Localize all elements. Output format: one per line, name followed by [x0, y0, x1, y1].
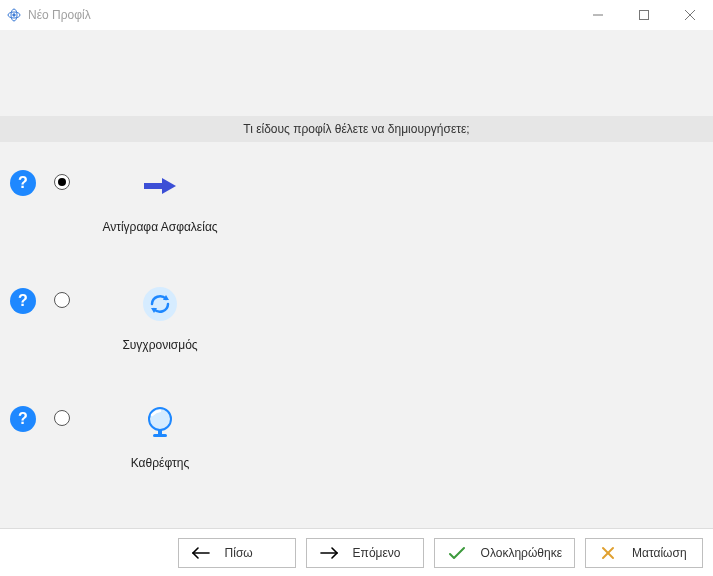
- title-bar: Νέο Προφίλ: [0, 0, 713, 30]
- option-row-mirror: ? Καθρέφτης: [0, 402, 713, 470]
- option-mirror[interactable]: Καθρέφτης: [100, 402, 220, 470]
- x-icon: [598, 546, 618, 560]
- check-icon: [447, 546, 467, 560]
- radio-mirror[interactable]: [54, 410, 70, 426]
- help-icon[interactable]: ?: [10, 406, 36, 432]
- option-row-backup: ? Αντίγραφα Ασφαλείας: [0, 166, 713, 234]
- svg-rect-4: [640, 11, 649, 20]
- app-icon: [6, 7, 22, 23]
- svg-point-9: [143, 287, 177, 321]
- footer-bar: Πίσω Επόμενο Ολοκληρώθηκε Ματαίωση: [0, 528, 713, 576]
- minimize-button[interactable]: [575, 0, 621, 30]
- window-controls: [575, 0, 713, 30]
- button-label: Ματαίωση: [632, 546, 690, 560]
- close-button[interactable]: [667, 0, 713, 30]
- button-label: Επόμενο: [353, 546, 411, 560]
- window: Νέο Προφίλ Τι είδους προφίλ θέλετε να δη…: [0, 0, 713, 576]
- option-label: Συγχρονισμός: [122, 338, 197, 352]
- cancel-button[interactable]: Ματαίωση: [585, 538, 703, 568]
- mirror-icon: [140, 402, 180, 442]
- button-label: Πίσω: [225, 546, 283, 560]
- back-button[interactable]: Πίσω: [178, 538, 296, 568]
- svg-point-2: [13, 14, 15, 16]
- options-area: ? Αντίγραφα Ασφαλείας ? Συγχρονισμός ?: [0, 142, 713, 528]
- arrow-right-icon: [319, 547, 339, 559]
- prompt-bar: Τι είδους προφίλ θέλετε να δημιουργήσετε…: [0, 116, 713, 142]
- header-spacer: [0, 30, 713, 116]
- option-label: Καθρέφτης: [131, 456, 189, 470]
- next-button[interactable]: Επόμενο: [306, 538, 424, 568]
- option-label: Αντίγραφα Ασφαλείας: [102, 220, 217, 234]
- finish-button[interactable]: Ολοκληρώθηκε: [434, 538, 575, 568]
- option-row-sync: ? Συγχρονισμός: [0, 284, 713, 352]
- arrow-left-icon: [191, 547, 211, 559]
- sync-icon: [140, 284, 180, 324]
- maximize-button[interactable]: [621, 0, 667, 30]
- option-backup[interactable]: Αντίγραφα Ασφαλείας: [100, 166, 220, 234]
- prompt-text: Τι είδους προφίλ θέλετε να δημιουργήσετε…: [243, 122, 469, 136]
- svg-marker-8: [162, 178, 176, 194]
- arrow-right-icon: [140, 166, 180, 206]
- window-title: Νέο Προφίλ: [28, 8, 575, 22]
- radio-backup[interactable]: [54, 174, 70, 190]
- radio-sync[interactable]: [54, 292, 70, 308]
- svg-rect-7: [144, 183, 162, 189]
- button-label: Ολοκληρώθηκε: [481, 546, 562, 560]
- option-sync[interactable]: Συγχρονισμός: [100, 284, 220, 352]
- help-icon[interactable]: ?: [10, 288, 36, 314]
- help-icon[interactable]: ?: [10, 170, 36, 196]
- svg-rect-14: [153, 434, 167, 437]
